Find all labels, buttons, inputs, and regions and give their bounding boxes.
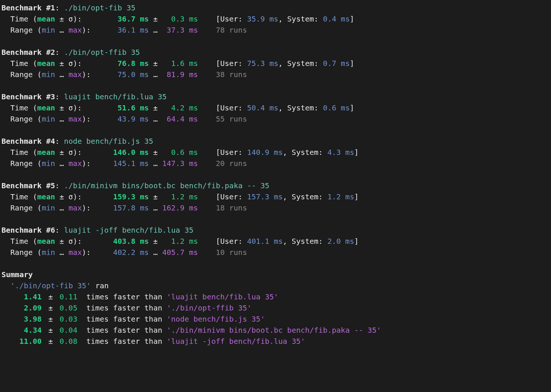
time-line: Time (mean ± σ): 76.8 ms ± 1.6 ms[User: …	[1, 58, 550, 69]
max-value: 147.3	[158, 158, 184, 169]
comparison-ratio: 11.00	[1, 336, 42, 347]
min-word: min	[42, 159, 55, 168]
min-word: min	[42, 70, 55, 79]
time-label: Time (mean ± σ):	[1, 191, 100, 202]
range-line: Range (min … max): 145.1 ms …147.3 ms20 …	[1, 158, 550, 169]
benchmark-number: 1	[50, 3, 55, 12]
min-value: 157.8	[100, 202, 135, 213]
min-value: 36.1	[100, 24, 135, 36]
benchmark-block: Benchmark #2: ./bin/opt-ffib 35Time (mea…	[1, 47, 550, 80]
mean-word: mean	[37, 192, 55, 201]
benchmark-number: 2	[50, 48, 55, 57]
benchmark-prefix: Benchmark #	[1, 48, 50, 57]
max-word: max	[69, 248, 82, 257]
benchmark-block: Benchmark #4: node bench/fib.js 35Time (…	[1, 136, 550, 169]
plus-minus-icon: ±	[149, 13, 158, 24]
max-word: max	[69, 70, 82, 79]
mean-unit: ms	[135, 191, 149, 202]
system-time: 4.3 ms	[327, 148, 354, 157]
time-line: Time (mean ± σ): 146.0 ms ± 0.6 ms[User:…	[1, 147, 550, 158]
time-label: Time (mean ± σ):	[1, 102, 100, 113]
comparison-ratio: 4.34	[1, 325, 42, 336]
plus-minus-icon: ±	[46, 302, 55, 313]
mean-unit: ms	[135, 236, 149, 247]
max-value: 64.4	[158, 113, 184, 124]
comparison-sd: 0.05	[60, 302, 82, 313]
benchmark-prefix: Benchmark #	[1, 181, 50, 190]
range-label: Range (min … max):	[1, 247, 100, 258]
plus-minus-icon: ±	[149, 147, 158, 158]
runs-count: 20 runs	[216, 159, 247, 168]
user-time: 401.1 ms	[247, 237, 283, 246]
benchmark-command: ./bin/opt-ffib 35	[64, 48, 140, 57]
benchmark-header: Benchmark #2: ./bin/opt-ffib 35	[1, 47, 550, 58]
min-value: 402.2	[100, 247, 135, 258]
mean-value: 403.8	[100, 236, 135, 247]
system-time: 2.0 ms	[327, 237, 354, 246]
sd-unit: ms	[185, 236, 198, 247]
sd-value: 1.2	[158, 236, 184, 247]
max-value: 405.7	[158, 247, 184, 258]
user-time: 35.9 ms	[247, 14, 278, 23]
mean-word: mean	[37, 103, 55, 112]
min-value: 145.1	[100, 158, 135, 169]
mean-word: mean	[37, 148, 55, 157]
comparison-command: 'node bench/fib.js 35'	[167, 315, 265, 323]
range-label: Range (min … max):	[1, 24, 100, 36]
plus-minus-icon: ±	[149, 191, 158, 202]
ellipsis-icon: …	[149, 247, 158, 258]
comparison-sd: 0.03	[60, 313, 82, 325]
sd-unit: ms	[185, 191, 198, 202]
comparison-command: './bin/minivm bins/boot.bc bench/fib.pak…	[167, 326, 381, 335]
comparison-ratio: 3.98	[1, 313, 42, 325]
ellipsis-icon: …	[149, 113, 158, 124]
mean-unit: ms	[135, 58, 149, 69]
sd-value: 1.6	[158, 58, 184, 69]
min-value: 75.0	[100, 69, 135, 80]
sd-unit: ms	[185, 147, 198, 158]
time-label: Time (mean ± σ):	[1, 147, 100, 158]
time-line: Time (mean ± σ): 159.3 ms ± 1.2 ms[User:…	[1, 191, 550, 202]
mean-value: 159.3	[100, 191, 135, 202]
mean-word: mean	[37, 237, 55, 246]
benchmark-block: Benchmark #6: luajit -joff bench/fib.lua…	[1, 225, 550, 258]
summary-fastest-command: './bin/opt-fib 35'	[10, 281, 91, 290]
system-time: 0.4 ms	[323, 14, 350, 23]
benchmark-block: Benchmark #3: luajit bench/fib.lua 35Tim…	[1, 91, 550, 124]
runs-count: 18 runs	[216, 203, 247, 212]
user-time: 50.4 ms	[247, 103, 278, 112]
runs-count: 10 runs	[216, 248, 247, 257]
mean-word: mean	[37, 59, 55, 68]
ellipsis-icon: …	[149, 158, 158, 169]
benchmark-header: Benchmark #1: ./bin/opt-fib 35	[1, 2, 550, 13]
max-word: max	[69, 203, 82, 212]
benchmark-header: Benchmark #3: luajit bench/fib.lua 35	[1, 91, 550, 102]
mean-word: mean	[37, 14, 55, 23]
comparison-command: './bin/opt-ffib 35'	[167, 303, 252, 312]
sd-value: 0.3	[158, 13, 184, 24]
sd-value: 4.2	[158, 102, 184, 113]
plus-minus-icon: ±	[46, 291, 55, 302]
mean-value: 146.0	[100, 147, 135, 158]
benchmark-number: 3	[50, 92, 55, 101]
mean-value: 51.6	[100, 102, 135, 113]
benchmark-block: Benchmark #1: ./bin/opt-fib 35Time (mean…	[1, 2, 550, 36]
user-time: 140.9 ms	[247, 148, 283, 157]
plus-minus-icon: ±	[149, 58, 158, 69]
range-line: Range (min … max): 43.9 ms … 64.4 ms55 r…	[1, 113, 550, 124]
summary-title: Summary	[1, 269, 550, 280]
runs-count: 38 runs	[216, 70, 247, 79]
sd-unit: ms	[185, 13, 198, 24]
max-value: 162.9	[158, 202, 184, 213]
time-label: Time (mean ± σ):	[1, 236, 100, 247]
benchmark-prefix: Benchmark #	[1, 92, 50, 101]
benchmark-number: 6	[50, 226, 55, 235]
min-word: min	[42, 114, 55, 123]
plus-minus-icon: ±	[149, 102, 158, 113]
benchmark-prefix: Benchmark #	[1, 137, 50, 146]
min-word: min	[42, 203, 55, 212]
system-time: 0.7 ms	[323, 59, 350, 68]
mean-unit: ms	[135, 147, 149, 158]
time-line: Time (mean ± σ): 403.8 ms ± 1.2 ms[User:…	[1, 236, 550, 247]
benchmark-command: luajit -joff bench/fib.lua 35	[64, 226, 194, 235]
